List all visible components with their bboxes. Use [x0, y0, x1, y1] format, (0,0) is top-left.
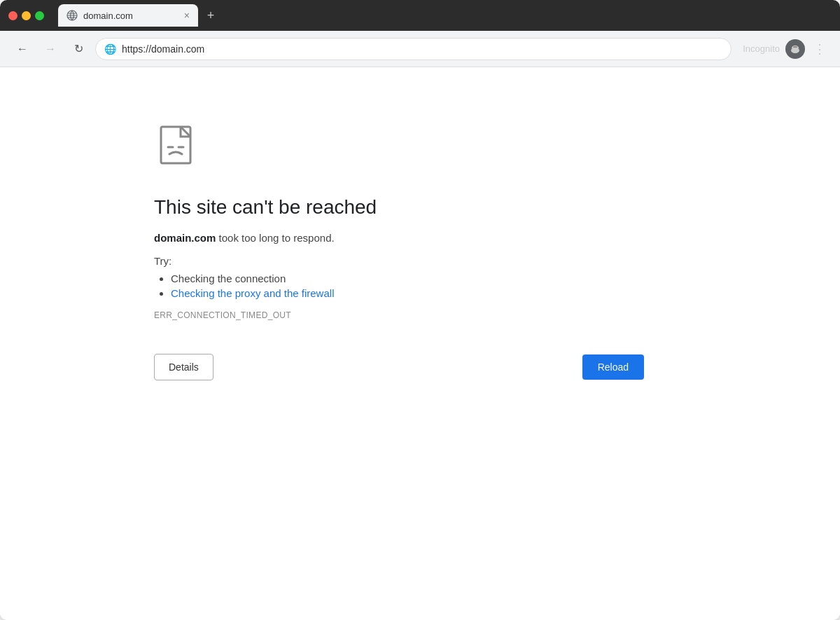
active-tab[interactable]: domain.com × — [58, 4, 198, 27]
title-bar: domain.com × + — [0, 0, 840, 31]
suggestion-connection-text: Checking the connection — [171, 273, 286, 284]
broken-page-icon — [154, 123, 203, 172]
back-icon: ← — [17, 43, 28, 55]
svg-rect-5 — [793, 46, 797, 48]
domain-bold: domain.com — [154, 232, 216, 244]
action-buttons: Details Reload — [154, 354, 644, 380]
back-button[interactable]: ← — [11, 38, 34, 60]
forward-button[interactable]: → — [39, 38, 62, 60]
nav-bar: ← → ↻ 🌐 https://domain.com Incognito ⋮ — [0, 31, 840, 67]
suggestion-item-proxy: Checking the proxy and the firewall — [171, 287, 574, 299]
try-label: Try: — [154, 255, 574, 267]
page-content: This site can't be reached domain.com to… — [0, 67, 840, 620]
incognito-icon — [785, 39, 805, 59]
reload-button[interactable]: ↻ — [67, 38, 90, 60]
minimize-traffic-light[interactable] — [22, 11, 31, 20]
incognito-label: Incognito — [743, 43, 780, 54]
traffic-lights — [8, 11, 44, 20]
tab-close-button[interactable]: × — [184, 10, 190, 21]
browser-window: domain.com × + ← → ↻ 🌐 https://domain.co… — [0, 0, 840, 620]
svg-point-4 — [791, 48, 799, 53]
menu-button[interactable]: ⋮ — [811, 39, 829, 60]
suggestion-proxy-link[interactable]: Checking the proxy and the firewall — [171, 287, 334, 299]
tab-globe-icon — [66, 10, 78, 21]
tab-label: domain.com — [83, 11, 133, 21]
address-url: https://domain.com — [122, 43, 722, 55]
incognito-area: Incognito — [743, 39, 805, 59]
reload-page-button[interactable]: Reload — [582, 354, 644, 380]
tab-bar: domain.com × + — [58, 4, 220, 27]
maximize-traffic-light[interactable] — [35, 11, 44, 20]
error-title: This site can't be reached — [154, 196, 574, 219]
forward-icon: → — [45, 43, 56, 55]
close-traffic-light[interactable] — [8, 11, 18, 20]
address-globe-icon: 🌐 — [104, 43, 116, 55]
error-description: domain.com took too long to respond. — [154, 230, 574, 247]
incognito-hat-icon — [789, 43, 802, 55]
reload-icon: ↻ — [74, 42, 83, 55]
new-tab-button[interactable]: + — [201, 6, 220, 25]
address-bar[interactable]: 🌐 https://domain.com — [95, 38, 732, 60]
error-description-rest: took too long to respond. — [216, 232, 334, 244]
error-container: This site can't be reached domain.com to… — [154, 123, 574, 380]
suggestion-item-connection: Checking the connection — [171, 273, 574, 284]
error-code: ERR_CONNECTION_TIMED_OUT — [154, 310, 574, 320]
suggestions-list: Checking the connection Checking the pro… — [154, 273, 574, 299]
details-button[interactable]: Details — [154, 354, 214, 380]
